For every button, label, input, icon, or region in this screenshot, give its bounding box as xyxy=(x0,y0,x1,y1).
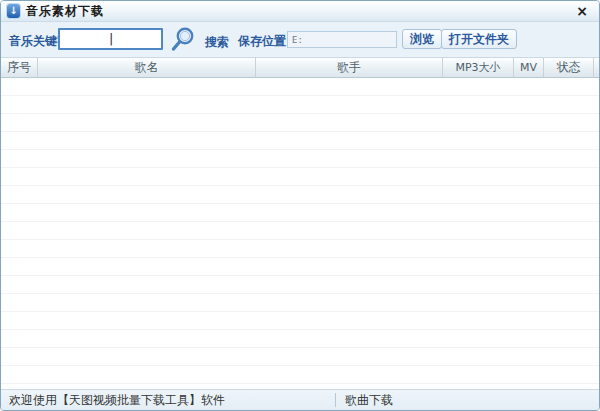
column-header-singer[interactable]: 歌手 xyxy=(256,58,443,78)
column-header-index[interactable]: 序号 xyxy=(1,58,38,78)
toolbar: 音乐关键字: | 搜索 保存位置: 浏览 打开文件夹 xyxy=(1,22,599,57)
statusbar: 欢迎使用【天图视频批量下载工具】软件 歌曲下载 xyxy=(1,389,599,410)
window-title: 音乐素材下载 xyxy=(26,3,104,20)
search-icon xyxy=(168,25,197,54)
app-download-icon: ↓ xyxy=(7,4,20,18)
column-header-mv[interactable]: MV xyxy=(514,58,544,78)
close-icon[interactable]: × xyxy=(571,2,593,20)
titlebar[interactable]: ↓ 音乐素材下载 × xyxy=(1,1,599,22)
save-location-field[interactable] xyxy=(287,31,397,48)
browse-button[interactable]: 浏览 xyxy=(402,29,442,49)
table-header: 序号 歌名 歌手 MP3大小 MV 状态 xyxy=(1,58,599,78)
open-folder-button[interactable]: 打开文件夹 xyxy=(441,29,517,49)
column-header-mp3-size[interactable]: MP3大小 xyxy=(443,58,514,78)
status-welcome-text: 欢迎使用【天图视频批量下载工具】软件 xyxy=(1,392,335,409)
app-window: ↓ 音乐素材下载 × 音乐关键字: | 搜索 保存位置: 浏览 打开文件夹 序号 xyxy=(0,0,600,411)
results-table: 序号 歌名 歌手 MP3大小 MV 状态 xyxy=(1,57,599,389)
keyword-input[interactable] xyxy=(58,28,163,50)
save-location-label: 保存位置: xyxy=(238,33,291,50)
status-section-text: 歌曲下载 xyxy=(336,392,393,409)
search-button[interactable]: 搜索 xyxy=(168,25,229,54)
search-label: 搜索 xyxy=(205,29,229,51)
column-header-status[interactable]: 状态 xyxy=(544,58,594,78)
column-header-song-name[interactable]: 歌名 xyxy=(38,58,256,78)
table-body-empty xyxy=(1,78,599,389)
column-header-spacer xyxy=(594,58,599,78)
